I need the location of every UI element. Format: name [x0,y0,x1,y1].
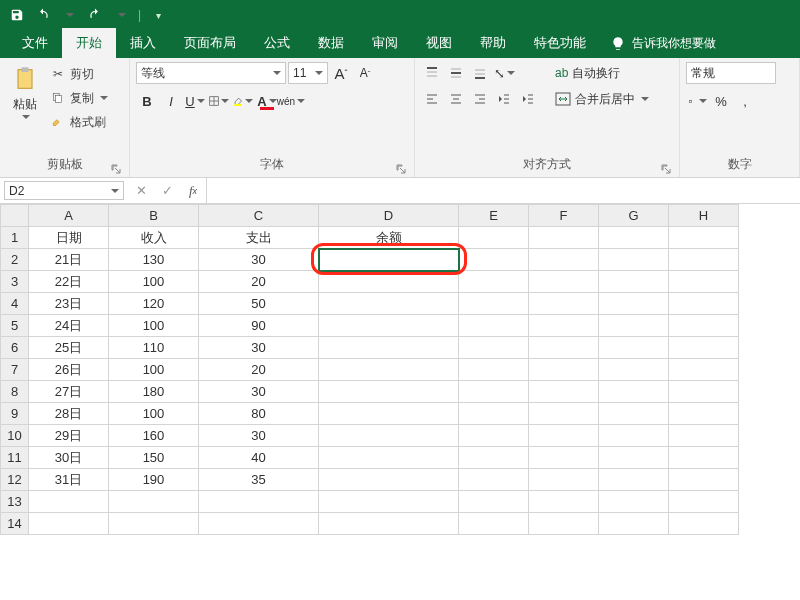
cell-F9[interactable] [529,403,599,425]
col-header-B[interactable]: B [109,205,199,227]
accounting-format-button[interactable]: ¤ [686,90,708,112]
cell-A1[interactable]: 日期 [29,227,109,249]
cancel-formula-button[interactable]: ✕ [128,183,154,198]
cell-A7[interactable]: 26日 [29,359,109,381]
cell-E12[interactable] [459,469,529,491]
font-name-select[interactable]: 等线 [136,62,286,84]
cell-C14[interactable] [199,513,319,535]
cell-H5[interactable] [669,315,739,337]
cell-B3[interactable]: 100 [109,271,199,293]
cell-F11[interactable] [529,447,599,469]
cell-H13[interactable] [669,491,739,513]
number-format-select[interactable]: 常规 [686,62,776,84]
cell-F1[interactable] [529,227,599,249]
undo-icon[interactable] [32,4,54,26]
col-header-A[interactable]: A [29,205,109,227]
cell-D6[interactable] [319,337,459,359]
clipboard-launcher-icon[interactable] [111,163,121,173]
row-header-1[interactable]: 1 [1,227,29,249]
cell-A13[interactable] [29,491,109,513]
cell-D12[interactable] [319,469,459,491]
cell-F10[interactable] [529,425,599,447]
cell-B1[interactable]: 收入 [109,227,199,249]
cell-G1[interactable] [599,227,669,249]
cell-A2[interactable]: 21日 [29,249,109,271]
cell-C1[interactable]: 支出 [199,227,319,249]
tab-data[interactable]: 数据 [304,28,358,58]
paste-button[interactable]: 粘贴 [6,62,44,134]
format-painter-button[interactable]: 格式刷 [50,110,108,134]
cell-E6[interactable] [459,337,529,359]
cell-G3[interactable] [599,271,669,293]
col-header-G[interactable]: G [599,205,669,227]
row-header-2[interactable]: 2 [1,249,29,271]
cell-C2[interactable]: 30 [199,249,319,271]
cell-A3[interactable]: 22日 [29,271,109,293]
cell-F8[interactable] [529,381,599,403]
align-middle-button[interactable] [445,62,467,84]
cell-C12[interactable]: 35 [199,469,319,491]
font-size-select[interactable]: 11 [288,62,328,84]
undo-more-icon[interactable] [58,4,80,26]
alignment-launcher-icon[interactable] [661,163,671,173]
underline-button[interactable]: U [184,90,206,112]
formula-input[interactable] [207,178,800,203]
orientation-button[interactable]: ⤡ [493,62,515,84]
cell-G9[interactable] [599,403,669,425]
cell-E14[interactable] [459,513,529,535]
cell-E11[interactable] [459,447,529,469]
decrease-indent-button[interactable] [493,88,515,110]
copy-button[interactable]: 复制 [50,86,108,110]
cell-G6[interactable] [599,337,669,359]
cell-H11[interactable] [669,447,739,469]
cell-E3[interactable] [459,271,529,293]
cell-G4[interactable] [599,293,669,315]
cell-B5[interactable]: 100 [109,315,199,337]
tell-me[interactable]: 告诉我你想要做 [600,29,726,58]
row-header-6[interactable]: 6 [1,337,29,359]
cell-F7[interactable] [529,359,599,381]
cell-G11[interactable] [599,447,669,469]
cell-B4[interactable]: 120 [109,293,199,315]
cell-A14[interactable] [29,513,109,535]
col-header-F[interactable]: F [529,205,599,227]
fill-color-button[interactable] [232,90,254,112]
cell-H4[interactable] [669,293,739,315]
cell-F5[interactable] [529,315,599,337]
cell-D8[interactable] [319,381,459,403]
cell-H2[interactable] [669,249,739,271]
tab-insert[interactable]: 插入 [116,28,170,58]
cell-F2[interactable] [529,249,599,271]
cell-E10[interactable] [459,425,529,447]
comma-button[interactable]: , [734,90,756,112]
cell-C3[interactable]: 20 [199,271,319,293]
cell-B6[interactable]: 110 [109,337,199,359]
cell-D2[interactable] [319,249,459,271]
row-header-7[interactable]: 7 [1,359,29,381]
row-header-10[interactable]: 10 [1,425,29,447]
cell-C11[interactable]: 40 [199,447,319,469]
cell-G12[interactable] [599,469,669,491]
cell-A9[interactable]: 28日 [29,403,109,425]
row-header-11[interactable]: 11 [1,447,29,469]
cell-B8[interactable]: 180 [109,381,199,403]
tab-view[interactable]: 视图 [412,28,466,58]
cell-G14[interactable] [599,513,669,535]
row-header-5[interactable]: 5 [1,315,29,337]
tab-formulas[interactable]: 公式 [250,28,304,58]
select-all-corner[interactable] [1,205,29,227]
cell-D9[interactable] [319,403,459,425]
cell-F14[interactable] [529,513,599,535]
cell-G5[interactable] [599,315,669,337]
align-center-button[interactable] [445,88,467,110]
bold-button[interactable]: B [136,90,158,112]
cell-A4[interactable]: 23日 [29,293,109,315]
cell-E4[interactable] [459,293,529,315]
cell-H9[interactable] [669,403,739,425]
cell-B2[interactable]: 130 [109,249,199,271]
cell-D10[interactable] [319,425,459,447]
row-header-3[interactable]: 3 [1,271,29,293]
cell-C7[interactable]: 20 [199,359,319,381]
cell-B11[interactable]: 150 [109,447,199,469]
cell-A12[interactable]: 31日 [29,469,109,491]
